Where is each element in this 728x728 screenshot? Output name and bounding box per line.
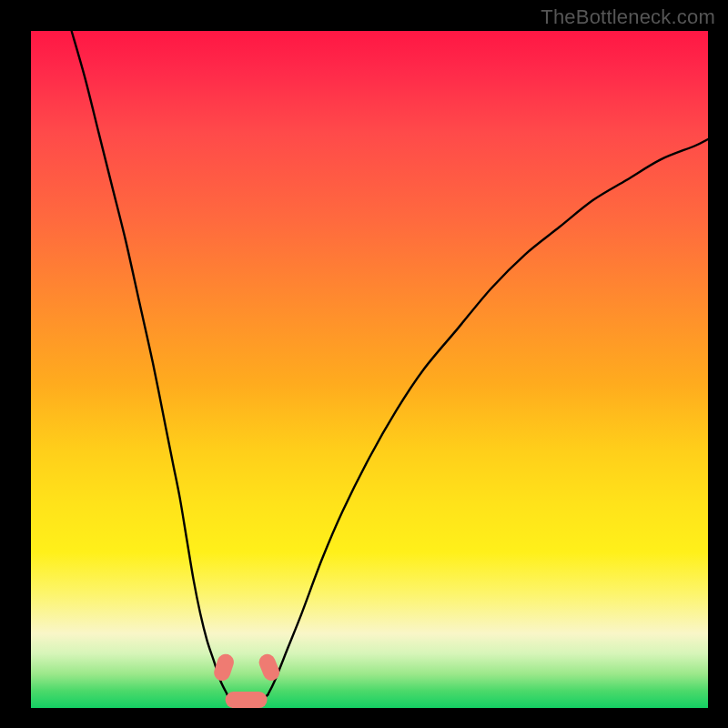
- highlight-capsule: [226, 692, 268, 708]
- outer-frame: TheBottleneck.com: [0, 0, 728, 728]
- highlight-markers: [212, 652, 282, 708]
- plot-area: [31, 31, 708, 708]
- watermark-text: TheBottleneck.com: [541, 5, 715, 29]
- highlight-capsule: [212, 652, 236, 682]
- highlight-capsule: [257, 652, 282, 683]
- curve-layer: [31, 31, 708, 708]
- bottleneck-curve: [72, 31, 708, 705]
